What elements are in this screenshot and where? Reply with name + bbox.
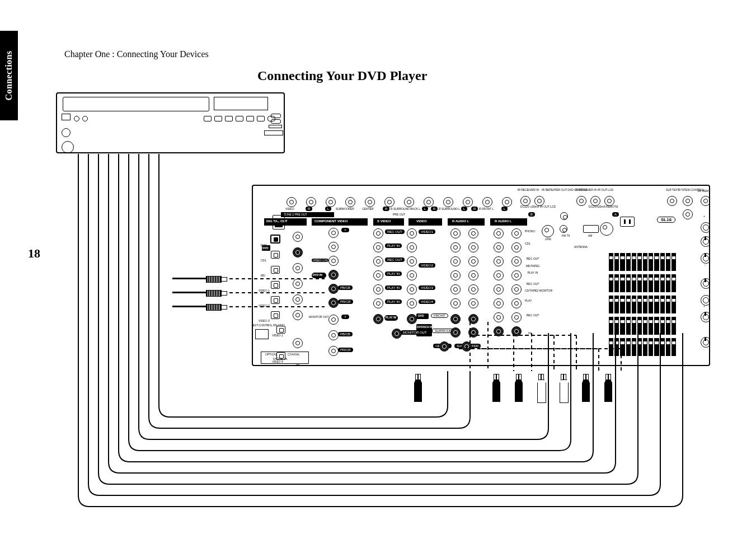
side-tab-label: Connections [4, 51, 14, 101]
section-title: Connecting Your DVD Player [257, 68, 427, 83]
chapter-breadcrumb: Chapter One : Connecting Your Devices [64, 49, 209, 59]
side-tab: Connections [0, 31, 18, 120]
wiring-diagram: IR RECEIVER IN IR REPEATER OUT DVD CONTR… [56, 92, 744, 518]
page-number: 18 [28, 246, 40, 261]
cable-routing [56, 92, 744, 518]
